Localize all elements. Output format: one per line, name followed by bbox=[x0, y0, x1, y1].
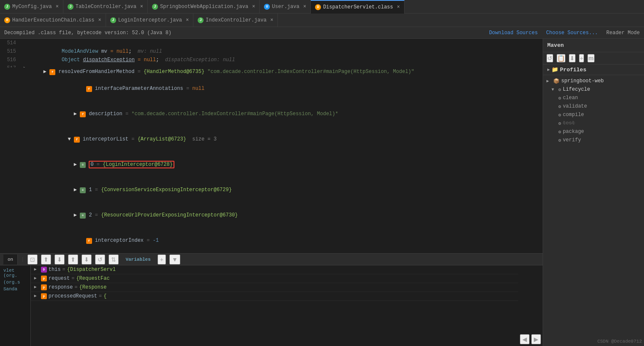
debug-nav-left[interactable]: ◀ bbox=[520, 334, 530, 344]
debug-btn-up2[interactable]: ⬆ bbox=[68, 254, 78, 265]
verify-label: verify bbox=[563, 137, 581, 143]
tab-handlerchain[interactable]: H HandlerExecutionChain.class × bbox=[0, 14, 106, 27]
editor-area: 514 ModelAndView mv = null; mv: null 515… bbox=[0, 39, 543, 346]
package-label: package bbox=[563, 129, 584, 135]
compile-gear-icon: ⚙ bbox=[558, 112, 561, 118]
tab-myconfig[interactable]: J MyConfig.java × bbox=[0, 0, 63, 14]
test-label: test bbox=[563, 120, 575, 126]
triangle-icon-517: ▷ bbox=[24, 64, 27, 68]
debug-on-tab[interactable]: on bbox=[3, 254, 18, 265]
tree-clean[interactable]: ⚙ clean bbox=[543, 94, 644, 102]
debug-btn-down2[interactable]: ⬇ bbox=[82, 254, 92, 265]
maven-panel: Maven ↺ 📋 ⬇ + m ▶ 📁 Profiles ▶ 📦 springb… bbox=[543, 39, 644, 346]
var-processedrequest[interactable]: ▶ p processedRequest = { bbox=[31, 292, 518, 301]
maven-download-btn[interactable]: ⬇ bbox=[569, 54, 576, 62]
vlet-label: vlet (org. bbox=[2, 267, 29, 279]
maven-add-btn[interactable]: 📋 bbox=[557, 54, 565, 62]
tab-logininterceptor[interactable]: J LoginInterceptor.java × bbox=[106, 14, 193, 27]
profiles-section: ▶ 📁 Profiles bbox=[543, 65, 644, 75]
close-dispatcherservlet[interactable]: × bbox=[397, 4, 400, 10]
tab-icon-userjava: U bbox=[264, 4, 270, 10]
tab-indexcontroller[interactable]: J IndexController.java × bbox=[193, 14, 278, 27]
tree-test[interactable]: ⚙ test bbox=[543, 119, 644, 127]
debug-nav-right[interactable]: ▶ bbox=[531, 334, 541, 344]
debug-vars-panel: ▶ D this = {DispatcherServl ▶ p request … bbox=[31, 265, 518, 346]
expand-this: ▶ bbox=[34, 265, 39, 274]
tab-icon-logininterceptor: J bbox=[110, 17, 116, 23]
tab-dispatcherservlet[interactable]: D DispatcherServlet.class × bbox=[311, 0, 405, 14]
maven-plus-btn[interactable]: + bbox=[579, 54, 584, 62]
close-indexcontroller[interactable]: × bbox=[270, 17, 273, 23]
tree-verify[interactable]: ⚙ verify bbox=[543, 136, 644, 144]
springboot-icon: 📦 bbox=[553, 78, 560, 84]
debug-btn-up[interactable]: ⬆ bbox=[41, 254, 51, 265]
watermark: CSDN @Decade0712 bbox=[597, 339, 642, 344]
info-bar: Decompiled .class file, bytecode version… bbox=[0, 27, 644, 39]
close-userjava[interactable]: × bbox=[303, 4, 306, 10]
debug-resolved: ▶ f resolvedFromHandlerMethod = {Handler… bbox=[0, 68, 543, 76]
debug-tree-extra: ▶ f resolvedFromHandlerMethod = {Handler… bbox=[0, 68, 543, 253]
download-sources-link[interactable]: Download Sources bbox=[489, 30, 538, 36]
decompiled-info: Decompiled .class file, bytecode version… bbox=[4, 30, 171, 36]
sanda-label: Sanda bbox=[2, 286, 29, 292]
lifecycle-label: Lifecycle bbox=[563, 86, 590, 92]
debug-btn-reset[interactable]: ↺ bbox=[95, 254, 105, 265]
debug-filter-btn[interactable]: ▼ bbox=[169, 254, 180, 265]
line-num-514: 514 bbox=[0, 39, 21, 47]
close-tablecontroller[interactable]: × bbox=[140, 4, 143, 10]
debug-panel: on | ⊡ ⬆ ⬇ ⬆ ⬇ ↺ ⇅ Variables + ▼ vlet (o… bbox=[0, 253, 543, 346]
debug-interceptor-0: ▶ ≡ 0 = {LoginInterceptor@6728} bbox=[0, 152, 543, 177]
profiles-row[interactable]: ▶ 📁 Profiles bbox=[547, 66, 640, 73]
debug-nav-arrows: ◀ ▶ bbox=[518, 332, 543, 346]
debug-btn-points[interactable]: ⊡ bbox=[27, 254, 38, 265]
reader-mode-btn[interactable]: Reader Mode bbox=[606, 30, 640, 36]
debug-interceptorlist: ▼ f interceptorList = {ArrayList@6723} s… bbox=[0, 127, 543, 152]
validate-gear-icon: ⚙ bbox=[558, 104, 561, 109]
expand-response: ▶ bbox=[34, 283, 39, 292]
close-myconfig[interactable]: × bbox=[56, 4, 59, 10]
compile-label: compile bbox=[563, 112, 584, 118]
maven-m-btn[interactable]: m bbox=[587, 54, 594, 62]
var-request[interactable]: ▶ p request = {RequestFac bbox=[31, 274, 518, 283]
tab-userjava[interactable]: U User.java × bbox=[260, 0, 311, 14]
close-logininterceptor[interactable]: × bbox=[186, 17, 189, 23]
close-handlerchain[interactable]: × bbox=[98, 17, 101, 23]
debug-btn-down[interactable]: ⬇ bbox=[54, 254, 65, 265]
code-line-514: 514 ModelAndView mv = null; mv: null bbox=[0, 39, 543, 47]
tab-springbootwebapp[interactable]: J SpringbootWebApplication.java × bbox=[148, 0, 260, 14]
tree-package[interactable]: ⚙ package bbox=[543, 127, 644, 136]
field-icon-response: p bbox=[41, 284, 47, 290]
maven-toolbar: ↺ 📋 ⬇ + m bbox=[543, 52, 644, 65]
debug-btn-expand[interactable]: ⇅ bbox=[109, 254, 119, 265]
tab-bar-2: H HandlerExecutionChain.class × J LoginI… bbox=[0, 14, 644, 27]
clean-label: clean bbox=[563, 95, 578, 101]
expand-request: ▶ bbox=[34, 274, 39, 283]
var-response[interactable]: ▶ p response = {Response bbox=[31, 283, 518, 292]
org-label: (org.s bbox=[2, 279, 29, 286]
tree-compile[interactable]: ⚙ compile bbox=[543, 111, 644, 119]
springboot-expand: ▶ bbox=[546, 78, 552, 84]
tree-springboot-web[interactable]: ▶ 📦 springboot-web bbox=[543, 77, 644, 85]
lifecycle-gear-icon: ⚙ bbox=[558, 87, 561, 92]
main-content: 514 ModelAndView mv = null; mv: null 515… bbox=[0, 39, 644, 346]
tab-tablecontroller[interactable]: J TableController.java × bbox=[63, 0, 148, 14]
variables-label: Variables bbox=[122, 257, 154, 262]
debug-add-btn[interactable]: + bbox=[158, 254, 166, 265]
expand-processedrequest: ▶ bbox=[34, 292, 39, 300]
tree-validate[interactable]: ⚙ validate bbox=[543, 102, 644, 111]
maven-title: Maven bbox=[547, 42, 564, 49]
code-container: 514 ModelAndView mv = null; mv: null 515… bbox=[0, 39, 543, 68]
maven-refresh-btn[interactable]: ↺ bbox=[546, 54, 553, 62]
close-springbootwebapp[interactable]: × bbox=[252, 4, 255, 10]
code-line-515: 515 Object dispatchException = null; dis… bbox=[0, 47, 543, 56]
field-icon-request: p bbox=[41, 276, 47, 281]
maven-tree: ▶ 📦 springboot-web ▼ ⚙ Lifecycle ⚙ clean… bbox=[543, 75, 644, 346]
line-num-515: 515 bbox=[0, 47, 21, 56]
tab-icon-handlerchain: H bbox=[4, 17, 10, 23]
tree-lifecycle-group[interactable]: ▼ ⚙ Lifecycle bbox=[543, 85, 644, 94]
debug-interceptorindex: f interceptorIndex = -1 bbox=[0, 228, 543, 253]
profiles-label: Profiles bbox=[560, 67, 586, 73]
choose-sources-link[interactable]: Choose Sources... bbox=[546, 30, 598, 36]
var-this[interactable]: ▶ D this = {DispatcherServl bbox=[31, 265, 518, 274]
tab-icon-myconfig: J bbox=[4, 4, 10, 10]
